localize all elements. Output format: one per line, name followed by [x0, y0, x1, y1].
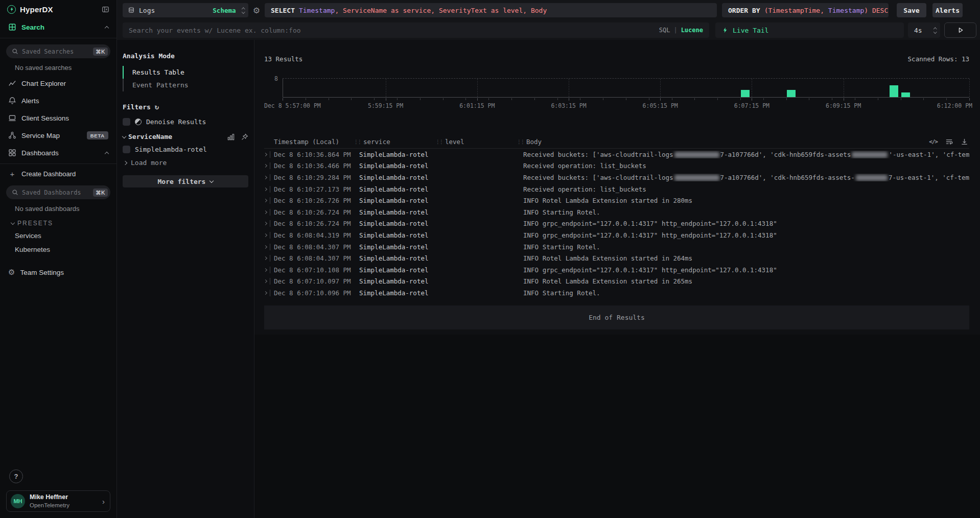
log-row[interactable]: Dec 8 6:10:29.284 PM SimpleLambda-rotel …	[264, 172, 969, 183]
select-keyword: SELECT	[271, 7, 295, 14]
log-row[interactable]: Dec 8 6:10:36.864 PM SimpleLambda-rotel …	[264, 149, 969, 160]
histogram-plot-area[interactable]: 8 Dec 8 5:57:00 PM5:59:15 PM6:01:15 PM6:…	[283, 78, 969, 98]
bar-chart-icon[interactable]	[227, 133, 235, 140]
preset-item-services[interactable]: Services	[0, 229, 116, 243]
mode-results-table[interactable]: Results Table	[123, 66, 254, 79]
download-icon[interactable]	[961, 138, 968, 146]
log-body-text: INFO grpc_endpoint="127.0.0.1:4317" http…	[523, 220, 777, 227]
log-table-header: Timestamp (Local) ⋮⋮service ⋮⋮level ⋮⋮Bo…	[264, 135, 969, 149]
column-drag-handle[interactable]: ⋮⋮	[517, 139, 524, 145]
log-timestamp: Dec 8 6:07:10.108 PM	[274, 266, 354, 274]
expand-row-icon[interactable]	[264, 176, 267, 179]
log-row[interactable]: Dec 8 6:10:26.724 PM SimpleLambda-rotel …	[264, 218, 969, 230]
gridline	[569, 79, 569, 97]
log-row[interactable]: Dec 8 6:10:26.726 PM SimpleLambda-rotel …	[264, 195, 969, 206]
wrap-lines-icon[interactable]	[945, 138, 953, 146]
query-language-toggle[interactable]: SQL | Lucene	[659, 27, 703, 34]
sidebar-item-chart-explorer[interactable]: Chart Explorer	[0, 75, 116, 92]
x-axis-minor-tick	[923, 98, 924, 100]
column-header-level[interactable]: ⋮⋮level	[435, 138, 517, 146]
log-row[interactable]: Dec 8 6:08:04.307 PM SimpleLambda-rotel …	[264, 252, 969, 264]
code-view-icon[interactable]: </>	[929, 138, 938, 145]
load-more-button[interactable]: Load more	[117, 156, 254, 169]
denoise-checkbox[interactable]	[123, 118, 130, 126]
gear-icon[interactable]: ⚙	[248, 6, 265, 15]
saved-searches-input[interactable]	[22, 48, 89, 55]
create-dashboard-button[interactable]: + Create Dashboard	[0, 166, 116, 181]
divider	[270, 267, 270, 273]
sidebar-item-client-sessions[interactable]: Client Sessions	[0, 109, 116, 127]
alerts-button[interactable]: Alerts	[932, 3, 963, 17]
sidebar-item-label: Alerts	[21, 97, 108, 105]
event-search-input[interactable]	[129, 27, 659, 34]
expand-row-icon[interactable]	[264, 245, 267, 249]
mode-event-patterns[interactable]: Event Patterns	[123, 79, 254, 91]
facet-value-row[interactable]: SimpleLambda-rotel	[117, 143, 254, 156]
log-row[interactable]: Dec 8 6:10:26.724 PM SimpleLambda-rotel …	[264, 206, 969, 218]
log-row[interactable]: Dec 8 6:07:10.108 PM SimpleLambda-rotel …	[264, 264, 969, 276]
refresh-icon[interactable]: ↻	[155, 103, 159, 111]
histogram-bar[interactable]	[901, 92, 910, 97]
facet-value-checkbox[interactable]	[123, 146, 130, 153]
expand-row-icon[interactable]	[264, 164, 267, 168]
expand-row-icon[interactable]	[264, 268, 267, 272]
column-header-body[interactable]: ⋮⋮Body	[517, 138, 969, 146]
log-body-text: Received operation: list_buckets	[523, 185, 646, 193]
expand-row-icon[interactable]	[264, 279, 267, 283]
column-drag-handle[interactable]: ⋮⋮	[435, 139, 442, 145]
presets-group-header[interactable]: PRESETS	[0, 216, 116, 229]
live-tail-button[interactable]: Live Tail	[715, 22, 904, 38]
histogram-bar[interactable]	[741, 90, 750, 97]
column-drag-handle[interactable]: ⋮⋮	[354, 139, 361, 145]
x-axis-minor-tick	[420, 98, 421, 100]
expand-row-icon[interactable]	[264, 222, 267, 225]
expand-row-icon[interactable]	[264, 153, 267, 156]
save-button[interactable]: Save	[897, 3, 926, 17]
sidebar-item-team-settings[interactable]: ⚙ Team Settings	[0, 264, 116, 281]
log-row[interactable]: Dec 8 6:08:04.307 PM SimpleLambda-rotel …	[264, 241, 969, 253]
x-axis-label: 6:05:15 PM	[643, 102, 678, 109]
select-expression-box[interactable]: SELECT Timestamp, ServiceName as service…	[265, 3, 717, 17]
play-button[interactable]	[944, 22, 976, 38]
x-axis-minor-tick	[809, 98, 809, 100]
more-filters-button[interactable]: More filters	[123, 175, 248, 187]
help-button[interactable]: ?	[9, 469, 23, 483]
sidebar-item-alerts[interactable]: Alerts	[0, 92, 116, 109]
orderby-expression-box[interactable]: ORDER BY (TimestampTime, Timestamp) DESC	[722, 3, 889, 17]
refresh-interval-stepper[interactable]: 4s	[908, 22, 940, 38]
column-header-service[interactable]: ⋮⋮service	[354, 138, 435, 146]
log-service: SimpleLambda-rotel	[354, 174, 435, 181]
expand-row-icon[interactable]	[264, 256, 267, 260]
log-row[interactable]: Dec 8 6:10:27.173 PM SimpleLambda-rotel …	[264, 183, 969, 195]
pin-icon[interactable]	[241, 133, 248, 140]
facet-servicename-header[interactable]: ServiceName	[117, 129, 254, 143]
expand-row-icon[interactable]	[264, 291, 267, 295]
x-axis-minor-tick	[374, 98, 375, 100]
log-row[interactable]: Dec 8 6:10:36.466 PM SimpleLambda-rotel …	[264, 160, 969, 172]
preset-item-kubernetes[interactable]: Kubernetes	[0, 243, 116, 256]
column-header-timestamp[interactable]: Timestamp (Local)	[274, 138, 354, 146]
denoise-results-row[interactable]: Denoise Results	[117, 115, 254, 129]
log-row[interactable]: Dec 8 6:07:10.096 PM SimpleLambda-rotel …	[264, 287, 969, 299]
source-selector[interactable]: Logs Schema	[123, 3, 248, 17]
histogram-bar[interactable]	[890, 85, 898, 97]
expand-row-icon[interactable]	[264, 210, 267, 214]
results-histogram[interactable]: 8 Dec 8 5:57:00 PM5:59:15 PM6:01:15 PM6:…	[283, 78, 969, 112]
sidebar-item-search[interactable]: Search	[0, 18, 116, 36]
collapse-sidebar-icon[interactable]	[102, 6, 109, 13]
lucene-mode-label[interactable]: Lucene	[681, 27, 703, 34]
user-card[interactable]: MH Mike Heffner OpenTelemetry ›	[6, 490, 110, 512]
log-timestamp: Dec 8 6:10:26.726 PM	[274, 197, 354, 204]
expand-row-icon[interactable]	[264, 199, 267, 202]
divider	[270, 290, 270, 296]
chevron-down-icon	[209, 179, 214, 183]
sidebar-item-dashboards[interactable]: Dashboards	[0, 144, 116, 161]
histogram-bar[interactable]	[787, 90, 796, 97]
sql-mode-label[interactable]: SQL	[659, 27, 670, 34]
log-row[interactable]: Dec 8 6:07:10.097 PM SimpleLambda-rotel …	[264, 276, 969, 288]
saved-dashboards-input[interactable]	[22, 189, 89, 196]
sidebar-item-service-map[interactable]: Service Map BETA	[0, 127, 116, 144]
log-row[interactable]: Dec 8 6:08:04.319 PM SimpleLambda-rotel …	[264, 229, 969, 241]
expand-row-icon[interactable]	[264, 233, 267, 237]
expand-row-icon[interactable]	[264, 187, 267, 191]
